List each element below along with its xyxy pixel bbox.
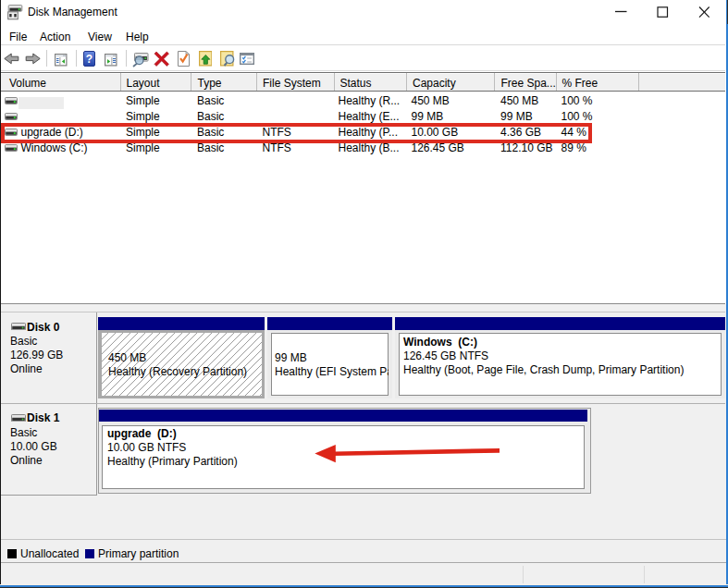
svg-text:?: ?	[86, 52, 93, 65]
